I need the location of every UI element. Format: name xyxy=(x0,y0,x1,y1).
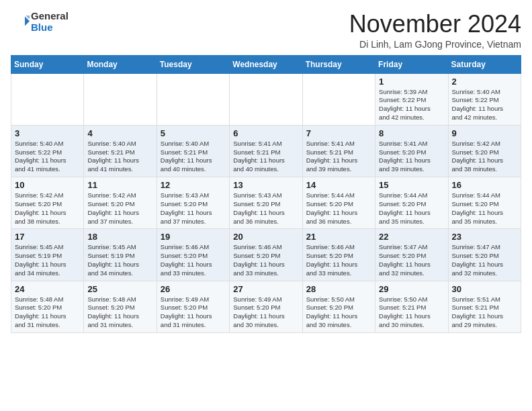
calendar-cell: 4Sunrise: 5:40 AM Sunset: 5:21 PM Daylig… xyxy=(84,125,157,177)
day-number: 14 xyxy=(306,180,371,190)
day-info: Sunrise: 5:41 AM Sunset: 5:21 PM Dayligh… xyxy=(306,140,371,174)
day-number: 7 xyxy=(306,128,371,138)
calendar-cell xyxy=(157,73,229,125)
day-number: 27 xyxy=(233,284,298,294)
title-block: November 2024 Di Linh, Lam GJong Provinc… xyxy=(349,11,521,50)
calendar-cell: 30Sunrise: 5:51 AM Sunset: 5:21 PM Dayli… xyxy=(448,281,521,332)
day-number: 23 xyxy=(452,232,517,242)
logo-text: General Blue xyxy=(31,11,69,33)
calendar-cell: 13Sunrise: 5:43 AM Sunset: 5:20 PM Dayli… xyxy=(230,177,302,229)
day-number: 16 xyxy=(452,180,517,190)
day-number: 24 xyxy=(15,284,80,294)
day-info: Sunrise: 5:46 AM Sunset: 5:20 PM Dayligh… xyxy=(233,243,298,277)
calendar-cell: 8Sunrise: 5:41 AM Sunset: 5:20 PM Daylig… xyxy=(375,125,448,177)
calendar-cell: 16Sunrise: 5:44 AM Sunset: 5:20 PM Dayli… xyxy=(448,177,521,229)
day-number: 1 xyxy=(379,77,444,87)
calendar-cell: 6Sunrise: 5:41 AM Sunset: 5:21 PM Daylig… xyxy=(230,125,302,177)
calendar-cell: 22Sunrise: 5:47 AM Sunset: 5:20 PM Dayli… xyxy=(375,229,448,281)
calendar-cell: 7Sunrise: 5:41 AM Sunset: 5:21 PM Daylig… xyxy=(302,125,375,177)
calendar-cell: 29Sunrise: 5:50 AM Sunset: 5:21 PM Dayli… xyxy=(375,281,448,332)
day-info: Sunrise: 5:42 AM Sunset: 5:20 PM Dayligh… xyxy=(452,140,517,174)
day-number: 3 xyxy=(15,128,80,138)
day-info: Sunrise: 5:50 AM Sunset: 5:21 PM Dayligh… xyxy=(379,295,444,330)
calendar-cell: 2Sunrise: 5:40 AM Sunset: 5:22 PM Daylig… xyxy=(448,73,521,125)
calendar-cell: 18Sunrise: 5:45 AM Sunset: 5:19 PM Dayli… xyxy=(84,229,157,281)
calendar-cell: 27Sunrise: 5:49 AM Sunset: 5:20 PM Dayli… xyxy=(230,281,302,332)
day-number: 26 xyxy=(161,284,226,294)
day-number: 15 xyxy=(379,180,444,190)
day-number: 28 xyxy=(306,284,371,294)
calendar-week-row: 24Sunrise: 5:48 AM Sunset: 5:20 PM Dayli… xyxy=(11,281,521,332)
calendar-cell: 26Sunrise: 5:49 AM Sunset: 5:20 PM Dayli… xyxy=(157,281,229,332)
day-number: 12 xyxy=(161,180,226,190)
day-number: 19 xyxy=(161,232,226,242)
day-info: Sunrise: 5:44 AM Sunset: 5:20 PM Dayligh… xyxy=(452,191,517,226)
calendar-cell: 28Sunrise: 5:50 AM Sunset: 5:20 PM Dayli… xyxy=(302,281,375,332)
day-number: 10 xyxy=(15,180,80,190)
day-number: 30 xyxy=(452,284,517,294)
day-info: Sunrise: 5:44 AM Sunset: 5:20 PM Dayligh… xyxy=(379,191,444,226)
calendar-cell: 19Sunrise: 5:46 AM Sunset: 5:20 PM Dayli… xyxy=(157,229,229,281)
logo-blue: Blue xyxy=(31,22,69,34)
day-number: 13 xyxy=(233,180,298,190)
day-number: 20 xyxy=(233,232,298,242)
day-number: 2 xyxy=(452,77,517,87)
calendar-cell: 11Sunrise: 5:42 AM Sunset: 5:20 PM Dayli… xyxy=(84,177,157,229)
calendar-cell: 20Sunrise: 5:46 AM Sunset: 5:20 PM Dayli… xyxy=(230,229,302,281)
calendar-cell: 5Sunrise: 5:40 AM Sunset: 5:21 PM Daylig… xyxy=(157,125,229,177)
day-info: Sunrise: 5:40 AM Sunset: 5:22 PM Dayligh… xyxy=(452,88,517,122)
day-number: 21 xyxy=(306,232,371,242)
day-info: Sunrise: 5:47 AM Sunset: 5:20 PM Dayligh… xyxy=(452,243,517,277)
day-info: Sunrise: 5:43 AM Sunset: 5:20 PM Dayligh… xyxy=(161,191,226,226)
logo: General Blue xyxy=(11,11,69,33)
day-number: 5 xyxy=(161,128,226,138)
day-info: Sunrise: 5:44 AM Sunset: 5:20 PM Dayligh… xyxy=(306,191,371,226)
day-info: Sunrise: 5:40 AM Sunset: 5:21 PM Dayligh… xyxy=(87,140,152,174)
calendar-cell: 12Sunrise: 5:43 AM Sunset: 5:20 PM Dayli… xyxy=(157,177,229,229)
weekday-header: Saturday xyxy=(448,55,521,73)
calendar-cell xyxy=(84,73,157,125)
calendar-cell: 17Sunrise: 5:45 AM Sunset: 5:19 PM Dayli… xyxy=(11,229,84,281)
day-info: Sunrise: 5:47 AM Sunset: 5:20 PM Dayligh… xyxy=(379,243,444,277)
day-number: 9 xyxy=(452,128,517,138)
calendar-cell: 9Sunrise: 5:42 AM Sunset: 5:20 PM Daylig… xyxy=(448,125,521,177)
weekday-header: Sunday xyxy=(11,55,84,73)
day-info: Sunrise: 5:41 AM Sunset: 5:20 PM Dayligh… xyxy=(379,140,444,174)
day-info: Sunrise: 5:40 AM Sunset: 5:22 PM Dayligh… xyxy=(15,140,80,174)
calendar-cell xyxy=(11,73,84,125)
calendar-cell: 15Sunrise: 5:44 AM Sunset: 5:20 PM Dayli… xyxy=(375,177,448,229)
day-info: Sunrise: 5:43 AM Sunset: 5:20 PM Dayligh… xyxy=(233,191,298,226)
calendar-week-row: 10Sunrise: 5:42 AM Sunset: 5:20 PM Dayli… xyxy=(11,177,521,229)
calendar-cell: 21Sunrise: 5:46 AM Sunset: 5:20 PM Dayli… xyxy=(302,229,375,281)
weekday-header: Wednesday xyxy=(230,55,302,73)
day-number: 22 xyxy=(379,232,444,242)
calendar-cell xyxy=(230,73,302,125)
day-info: Sunrise: 5:45 AM Sunset: 5:19 PM Dayligh… xyxy=(87,243,152,277)
logo-icon xyxy=(11,13,30,32)
logo-general: General xyxy=(31,11,69,22)
calendar-cell: 25Sunrise: 5:48 AM Sunset: 5:20 PM Dayli… xyxy=(84,281,157,332)
calendar-cell xyxy=(302,73,375,125)
day-number: 8 xyxy=(379,128,444,138)
calendar-week-row: 3Sunrise: 5:40 AM Sunset: 5:22 PM Daylig… xyxy=(11,125,521,177)
day-number: 18 xyxy=(87,232,152,242)
day-info: Sunrise: 5:49 AM Sunset: 5:20 PM Dayligh… xyxy=(161,295,226,330)
day-info: Sunrise: 5:48 AM Sunset: 5:20 PM Dayligh… xyxy=(87,295,152,330)
day-info: Sunrise: 5:39 AM Sunset: 5:22 PM Dayligh… xyxy=(379,88,444,122)
weekday-header: Thursday xyxy=(302,55,375,73)
calendar-cell: 3Sunrise: 5:40 AM Sunset: 5:22 PM Daylig… xyxy=(11,125,84,177)
calendar-cell: 10Sunrise: 5:42 AM Sunset: 5:20 PM Dayli… xyxy=(11,177,84,229)
weekday-header: Friday xyxy=(375,55,448,73)
day-number: 25 xyxy=(87,284,152,294)
day-info: Sunrise: 5:40 AM Sunset: 5:21 PM Dayligh… xyxy=(161,140,226,174)
day-info: Sunrise: 5:45 AM Sunset: 5:19 PM Dayligh… xyxy=(15,243,80,277)
calendar-cell: 1Sunrise: 5:39 AM Sunset: 5:22 PM Daylig… xyxy=(375,73,448,125)
day-number: 6 xyxy=(233,128,298,138)
page-header: General Blue November 2024 Di Linh, Lam … xyxy=(11,11,521,50)
day-number: 17 xyxy=(15,232,80,242)
calendar-cell: 23Sunrise: 5:47 AM Sunset: 5:20 PM Dayli… xyxy=(448,229,521,281)
day-info: Sunrise: 5:51 AM Sunset: 5:21 PM Dayligh… xyxy=(452,295,517,330)
day-info: Sunrise: 5:46 AM Sunset: 5:20 PM Dayligh… xyxy=(161,243,226,277)
day-info: Sunrise: 5:46 AM Sunset: 5:20 PM Dayligh… xyxy=(306,243,371,277)
day-info: Sunrise: 5:50 AM Sunset: 5:20 PM Dayligh… xyxy=(306,295,371,330)
